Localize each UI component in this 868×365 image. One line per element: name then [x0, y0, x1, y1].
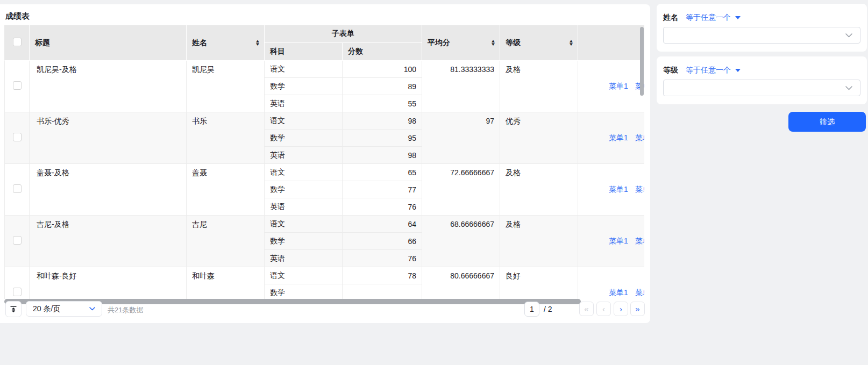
row-checkbox[interactable]: [13, 236, 22, 245]
row-title-cell: 和叶森-良好: [30, 267, 187, 299]
subject-cell: 英语: [265, 95, 343, 112]
row-action-menu2-link[interactable]: 菜单2: [635, 185, 644, 194]
table-row: 吉尼-及格吉尼语文6468.66666667及格菜单1菜单2: [4, 216, 644, 233]
col-header-subform: 子表单: [265, 25, 422, 43]
row-action-menu2-link[interactable]: 菜单2: [635, 288, 644, 297]
subject-cell: 数学: [265, 130, 343, 147]
score-cell: 55: [343, 95, 422, 112]
level-filter-card: 等级 等于任意一个: [657, 56, 867, 104]
score-cell: 78: [343, 267, 422, 284]
name-filter-operator[interactable]: 等于任意一个: [686, 13, 741, 23]
row-actions-cell: 菜单1菜单2: [578, 61, 644, 112]
caret-down-icon: [735, 16, 741, 19]
col-header-name: 姓名▲▼: [187, 25, 265, 61]
score-cell: 77: [343, 181, 422, 198]
row-checkbox-cell: [4, 112, 30, 164]
row-title-cell: 吉尼-及格: [30, 216, 187, 267]
total-pages-label: / 2: [544, 305, 552, 313]
row-level-cell: 及格: [500, 61, 578, 112]
row-name-cell: 和叶森: [187, 267, 265, 299]
row-checkbox-cell: [4, 61, 30, 112]
level-filter-operator[interactable]: 等于任意一个: [686, 66, 741, 75]
score-cell: 76: [343, 198, 422, 216]
row-checkbox[interactable]: [13, 81, 22, 90]
row-level-cell: 及格: [500, 164, 578, 216]
first-page-button[interactable]: «: [579, 302, 594, 316]
subject-cell: 英语: [265, 198, 343, 216]
row-avg-cell: 81.33333333: [422, 61, 500, 112]
row-action-menu1-link[interactable]: 菜单1: [609, 237, 628, 245]
row-checkbox[interactable]: [13, 184, 22, 193]
row-name-cell: 书乐: [187, 112, 265, 164]
page-title: 成绩表: [5, 11, 30, 22]
subject-cell: 语文: [265, 164, 343, 181]
name-filter-card: 姓名 等于任意一个: [657, 4, 867, 52]
row-actions-cell: 菜单1菜单2: [578, 164, 644, 216]
score-cell: 76: [343, 250, 422, 267]
sort-icon[interactable]: ▲▼: [255, 40, 260, 46]
page-size-select[interactable]: 20 条/页: [26, 301, 102, 317]
filter-submit-button[interactable]: 筛选: [788, 112, 866, 132]
subject-cell: 英语: [265, 147, 343, 164]
row-title-cell: 书乐-优秀: [30, 112, 187, 164]
level-filter-select[interactable]: [663, 80, 860, 96]
row-action-menu1-link[interactable]: 菜单1: [609, 133, 628, 142]
row-action-menu1-link[interactable]: 菜单1: [609, 185, 628, 194]
table-row: 凯尼昊-及格凯尼昊语文10081.33333333及格菜单1菜单2: [4, 61, 644, 78]
row-name-cell: 吉尼: [187, 216, 265, 267]
row-level-cell: 及格: [500, 216, 578, 267]
row-checkbox[interactable]: [13, 288, 22, 296]
score-cell: 89: [343, 78, 422, 95]
row-actions-cell: 菜单1菜单2: [578, 267, 644, 299]
col-header-title: 标题: [30, 25, 187, 61]
select-all-cell: [4, 25, 30, 61]
table-header: 标题 姓名▲▼ 子表单 平均分▲▼ 等级▲▼ 科目 分数: [4, 25, 644, 61]
sort-icon[interactable]: ▲▼: [568, 40, 574, 46]
last-page-button[interactable]: »: [630, 302, 645, 316]
chevron-down-icon: [845, 33, 852, 38]
subject-cell: 数学: [265, 181, 343, 198]
row-actions-cell: 菜单1菜单2: [578, 216, 644, 267]
row-action-menu1-link[interactable]: 菜单1: [609, 288, 628, 297]
row-action-menu2-link[interactable]: 菜单2: [635, 133, 644, 142]
table-row: 盖聂-及格盖聂语文6572.66666667及格菜单1菜单2: [4, 164, 644, 181]
score-cell: 66: [343, 233, 422, 250]
row-checkbox[interactable]: [13, 133, 22, 141]
chevron-down-icon: [89, 307, 95, 311]
back-to-top-button[interactable]: [5, 301, 22, 317]
subject-cell: 数学: [265, 233, 343, 250]
row-action-menu1-link[interactable]: 菜单1: [609, 82, 628, 90]
current-page-input[interactable]: 1: [524, 302, 539, 317]
row-avg-cell: 68.66666667: [422, 216, 500, 267]
row-avg-cell: 72.66666667: [422, 164, 500, 216]
chevron-down-icon: [845, 86, 852, 90]
page: 成绩表 标题 姓名▲▼ 子表单 平均分▲▼ 等级▲▼: [0, 0, 868, 365]
row-action-menu2-link[interactable]: 菜单2: [635, 237, 644, 245]
score-cell: 65: [343, 164, 422, 181]
prev-page-icon: ‹: [602, 304, 605, 313]
select-all-checkbox[interactable]: [13, 38, 22, 46]
row-avg-cell: 80.66666667: [422, 267, 500, 299]
row-level-cell: 良好: [500, 267, 578, 299]
first-page-icon: «: [584, 304, 588, 313]
score-cell: 100: [343, 61, 422, 78]
subject-cell: 语文: [265, 112, 343, 130]
next-page-icon: ›: [620, 304, 622, 313]
sort-icon[interactable]: ▲▼: [490, 40, 496, 46]
row-actions-cell: 菜单1菜单2: [578, 112, 644, 164]
level-filter-label: 等级: [663, 66, 678, 75]
grade-table-card: 成绩表 标题 姓名▲▼ 子表单 平均分▲▼ 等级▲▼: [0, 4, 650, 323]
name-filter-select[interactable]: [663, 27, 860, 44]
row-title-cell: 盖聂-及格: [30, 164, 187, 216]
col-header-avg: 平均分▲▼: [422, 25, 500, 61]
row-avg-cell: 97: [422, 112, 500, 164]
score-cell: 98: [343, 112, 422, 130]
next-page-button[interactable]: ›: [614, 302, 628, 316]
back-to-top-icon: [10, 305, 17, 313]
vertical-scrollbar[interactable]: [640, 27, 644, 96]
row-title-cell: 凯尼昊-及格: [30, 61, 187, 112]
table-body: 凯尼昊-及格凯尼昊语文10081.33333333及格菜单1菜单2数学89英语5…: [4, 61, 644, 299]
name-filter-label: 姓名: [663, 13, 678, 23]
table-viewport: 标题 姓名▲▼ 子表单 平均分▲▼ 等级▲▼ 科目 分数 凯尼昊-及格凯尼昊语文…: [4, 25, 644, 299]
prev-page-button[interactable]: ‹: [596, 302, 611, 316]
